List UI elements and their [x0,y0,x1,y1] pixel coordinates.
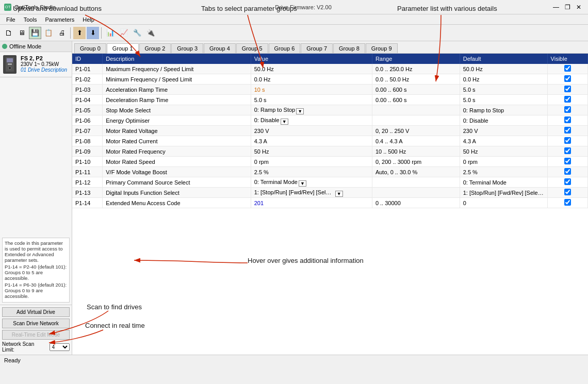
minimize-btn[interactable]: — [551,3,561,12]
table-row[interactable]: P1-14Extended Menu Access Code2010 .. 30… [72,198,588,208]
extra-button2[interactable]: 🔌 [144,27,157,39]
sidebar-spacer [0,77,72,236]
param-default: 0: Terminal Mode [460,177,547,188]
realtime-edit-mode-btn[interactable]: Real-Time Edit Mode [2,330,70,340]
visible-checkbox[interactable] [564,106,571,113]
chart-button[interactable]: 📈 [118,27,130,39]
param-value[interactable]: 2.5 % [251,167,372,177]
maximize-btn[interactable]: ❐ [562,3,573,12]
param-value[interactable]: 0: Disable▼ [251,115,372,126]
param-value[interactable]: 1: [Stop/Run] [Fwd/Rev] [Selected Speed … [251,188,372,198]
print-button[interactable]: 🖨 [56,27,68,39]
group-tab-6[interactable]: Group 6 [269,43,301,53]
group-tab-5[interactable]: Group 5 [236,43,268,53]
menu-help[interactable]: Help [78,15,99,24]
param-visible[interactable] [547,157,587,167]
group-tab-0[interactable]: Group 0 [74,43,106,53]
upload-button[interactable]: ⬆ [73,27,86,39]
visible-checkbox[interactable] [564,178,571,185]
visible-checkbox[interactable] [564,96,571,103]
param-value[interactable]: 0.0 Hz [251,74,372,85]
group-tab-3[interactable]: Group 3 [171,43,203,53]
param-value[interactable]: 230 V [251,126,372,136]
scan-limit-select[interactable]: 4 8 16 [50,343,70,351]
param-value[interactable]: 0: Terminal Mode▼ [251,177,372,188]
menu-file[interactable]: File [2,15,20,24]
visible-checkbox[interactable] [564,65,571,72]
menu-tools[interactable]: Tools [20,15,41,24]
dropdown-arrow[interactable]: ▼ [281,119,288,125]
param-visible[interactable] [547,95,587,105]
group-tab-1[interactable]: Group 1 [107,43,139,54]
table-row[interactable]: P1-12Primary Command Source Select0: Ter… [72,177,588,188]
param-visible[interactable] [547,64,587,74]
visible-checkbox[interactable] [564,75,571,82]
status-bar: Ready [0,355,588,365]
param-visible[interactable] [547,188,587,198]
table-row[interactable]: P1-01Maximum Frequency / Speed Limit50.0… [72,64,588,74]
param-visible[interactable] [547,74,587,85]
close-btn[interactable]: ✕ [574,3,584,12]
table-row[interactable]: P1-06Energy Optimiser0: Disable▼0: Disab… [72,115,588,126]
dropdown-arrow[interactable]: ▼ [335,191,343,197]
saveas-button[interactable]: 📋 [42,27,55,39]
extra-button1[interactable]: 🔧 [131,27,143,39]
param-visible[interactable] [547,136,587,146]
table-row[interactable]: P1-04Deceleration Ramp Time5.0 s0.00 .. … [72,95,588,105]
window-controls[interactable]: — ❐ ✕ [551,3,584,12]
table-row[interactable]: P1-05Stop Mode Select0: Ramp to Stop▼0: … [72,105,588,115]
visible-checkbox[interactable] [564,137,571,144]
param-range: Auto, 0 .. 30.0 % [372,167,460,177]
visible-checkbox[interactable] [564,199,571,206]
download-button[interactable]: ⬇ [87,27,99,39]
table-row[interactable]: P1-09Motor Rated Frequency50 Hz10 .. 500… [72,146,588,157]
param-value[interactable]: 0 rpm [251,157,372,167]
param-value[interactable]: 4.3 A [251,136,372,146]
param-value[interactable]: 50.0 Hz [251,64,372,74]
visible-checkbox[interactable] [564,127,571,133]
param-visible[interactable] [547,198,587,208]
param-table-wrapper[interactable]: ID Description Value Range Default Visib… [72,54,588,355]
param-value[interactable]: 201 [251,198,372,208]
group-tab-7[interactable]: Group 7 [301,43,333,53]
compare-button[interactable]: 📊 [104,27,117,39]
open-button[interactable]: 🖥 [15,27,28,39]
param-id: P1-08 [72,136,103,146]
param-visible[interactable] [547,146,587,157]
param-visible[interactable] [547,167,587,177]
visible-checkbox[interactable] [564,86,571,92]
dropdown-arrow[interactable]: ▼ [299,180,306,187]
table-row[interactable]: P1-03Acceleration Ramp Time10 s0.00 .. 6… [72,85,588,95]
group-tabs: Group 0Group 1Group 2Group 3Group 4Group… [72,41,588,54]
table-row[interactable]: P1-11V/F Mode Voltage Boost2.5 %Auto, 0 … [72,167,588,177]
param-visible[interactable] [547,105,587,115]
save-button[interactable]: 💾 [29,27,41,39]
param-visible[interactable] [547,177,587,188]
visible-checkbox[interactable] [564,147,571,154]
visible-checkbox[interactable] [564,168,571,175]
param-visible[interactable] [547,115,587,126]
table-row[interactable]: P1-07Motor Rated Voltage230 V0, 20 .. 25… [72,126,588,136]
visible-checkbox[interactable] [564,158,571,164]
menu-parameters[interactable]: Parameters [41,15,78,24]
scan-drive-network-btn[interactable]: Scan Drive Network [2,319,70,328]
param-visible[interactable] [547,126,587,136]
param-value[interactable]: 50 Hz [251,146,372,157]
new-button[interactable]: 🗋 [2,27,14,39]
group-tab-8[interactable]: Group 8 [333,43,365,53]
param-value[interactable]: 10 s [251,85,372,95]
param-visible[interactable] [547,85,587,95]
add-virtual-drive-btn[interactable]: Add Virtual Drive [2,307,70,317]
group-tab-9[interactable]: Group 9 [366,43,398,53]
table-row[interactable]: P1-13Digital Inputs Function Select1: [S… [72,188,588,198]
table-row[interactable]: P1-08Motor Rated Current4.3 A0.4 .. 4.3 … [72,136,588,146]
group-tab-2[interactable]: Group 2 [139,43,171,53]
group-tab-4[interactable]: Group 4 [204,43,236,53]
param-value[interactable]: 5.0 s [251,95,372,105]
visible-checkbox[interactable] [564,189,571,195]
visible-checkbox[interactable] [564,116,571,123]
table-row[interactable]: P1-10Motor Rated Speed0 rpm0, 200 .. 300… [72,157,588,167]
param-value[interactable]: 0: Ramp to Stop▼ [251,105,372,115]
dropdown-arrow[interactable]: ▼ [296,108,304,114]
table-row[interactable]: P1-02Minimum Frequency / Speed Limit0.0 … [72,74,588,85]
